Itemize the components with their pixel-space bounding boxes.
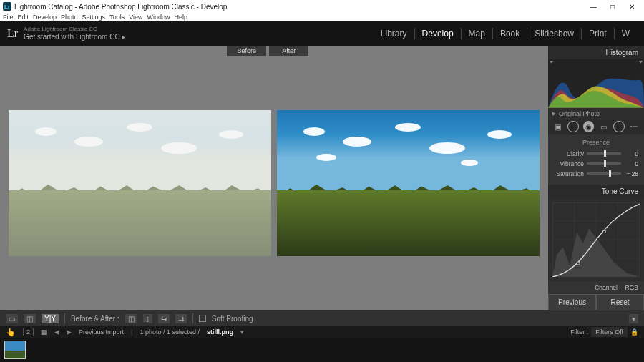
- before-after-label: Before & After :: [71, 315, 119, 323]
- menu-view[interactable]: View: [129, 14, 142, 21]
- svg-marker-1: [639, 61, 643, 64]
- ba-copy-button[interactable]: ⇉: [175, 314, 187, 323]
- filmstrip-header: 👆 2 ▦ ◀ ▶ Previous Import | 1 photo / 1 …: [0, 326, 644, 338]
- module-bar: Lr Adobe Lightroom Classic CC Get starte…: [0, 21, 644, 46]
- ba-layout-2-button[interactable]: ⫿: [143, 314, 152, 323]
- vibrance-slider[interactable]: Vibrance 0: [554, 159, 638, 169]
- module-print[interactable]: Print: [582, 29, 614, 39]
- grid-toggle-icon[interactable]: ▦: [41, 328, 47, 336]
- saturation-slider[interactable]: Saturation + 28: [554, 169, 638, 179]
- svg-rect-9: [577, 262, 580, 264]
- redeye-tool-icon[interactable]: ◉: [583, 121, 594, 132]
- channel-label: Channel :: [595, 284, 620, 291]
- svg-marker-0: [550, 61, 553, 64]
- previous-reset-row: Previous Reset: [548, 294, 644, 310]
- module-web[interactable]: W: [615, 29, 637, 39]
- canvas-area: Before After: [0, 46, 548, 310]
- brush-tool-icon[interactable]: 〰: [629, 121, 640, 132]
- after-photo: [277, 110, 540, 256]
- local-adjust-toolbar: ▣ ◉ ▭ 〰: [548, 119, 644, 134]
- after-tab: After: [269, 46, 308, 56]
- branding-line1: Adobe Lightroom Classic CC: [24, 26, 125, 33]
- svg-rect-10: [603, 230, 606, 233]
- source-label[interactable]: Previous Import: [79, 328, 124, 336]
- channel-value: RGB: [625, 284, 638, 291]
- lightroom-app-icon: Lr: [3, 2, 11, 11]
- graduated-filter-tool-icon[interactable]: ▭: [598, 121, 609, 132]
- menu-help[interactable]: Help: [175, 14, 188, 21]
- tone-curve-header[interactable]: Tone Curve: [548, 185, 644, 198]
- module-develop[interactable]: Develop: [415, 29, 461, 39]
- canvas-toolbar: ▭ ◫ Y|Y Before & After : ◫ ⫿ ⇆ ⇉ Soft Pr…: [0, 310, 644, 326]
- reset-button[interactable]: Reset: [596, 294, 644, 310]
- filter-label: Filter :: [570, 328, 588, 336]
- clarity-slider[interactable]: Clarity 0: [554, 149, 638, 159]
- compare-view-button[interactable]: Y|Y: [42, 314, 59, 323]
- split-view-button[interactable]: ◫: [24, 314, 36, 323]
- window-title: Lightroom Catalog - Adobe Photoshop Ligh…: [14, 3, 227, 11]
- lightroom-branding: Lr Adobe Lightroom Classic CC Get starte…: [7, 26, 125, 41]
- presence-panel: Presence Clarity 0 Vibrance 0 Saturation…: [548, 134, 644, 185]
- ba-swap-button[interactable]: ⇆: [158, 314, 170, 323]
- menu-photo[interactable]: Photo: [61, 14, 78, 21]
- module-book[interactable]: Book: [493, 29, 527, 39]
- spot-removal-tool-icon[interactable]: [567, 121, 578, 132]
- filter-lock-icon[interactable]: 🔒: [630, 328, 638, 336]
- before-tab: Before: [227, 46, 266, 56]
- selection-count: 1 photo / 1 selected /: [140, 328, 200, 336]
- original-photo-row[interactable]: ▶ Original Photo: [548, 108, 644, 119]
- channel-selector[interactable]: Channel : RGB: [548, 281, 644, 294]
- radial-filter-tool-icon[interactable]: [613, 121, 624, 132]
- triangle-right-icon: ▶: [552, 111, 556, 117]
- menu-window[interactable]: Window: [147, 14, 170, 21]
- second-monitor-icon[interactable]: 👆: [6, 328, 16, 337]
- filters-off-button[interactable]: Filters Off: [591, 327, 628, 337]
- second-window-button[interactable]: 2: [23, 328, 34, 336]
- menu-settings[interactable]: Settings: [82, 14, 106, 21]
- menu-tools[interactable]: Tools: [109, 14, 125, 21]
- filmstrip-thumbnail[interactable]: [4, 341, 26, 359]
- window-close-button[interactable]: ✕: [623, 1, 641, 12]
- presence-title: Presence: [554, 139, 638, 146]
- module-slideshow[interactable]: Slideshow: [527, 29, 581, 39]
- histogram-header[interactable]: Histogram: [548, 46, 644, 59]
- soft-proof-label: Soft Proofing: [212, 315, 253, 323]
- crop-tool-icon[interactable]: ▣: [552, 121, 563, 132]
- soft-proof-checkbox[interactable]: [199, 315, 206, 322]
- branding-line2[interactable]: Get started with Lightroom CC ▸: [24, 33, 125, 41]
- main-area: Before After: [0, 46, 644, 310]
- filmstrip[interactable]: [0, 338, 644, 362]
- module-library[interactable]: Library: [374, 29, 414, 39]
- after-photo-slot[interactable]: [277, 64, 540, 302]
- menu-bar: File Edit Develop Photo Settings Tools V…: [0, 13, 644, 21]
- before-photo-slot[interactable]: [9, 64, 271, 302]
- right-panel: Histogram ▶ Original Photo ▣ ◉ ▭ 〰 Prese: [548, 46, 644, 310]
- menu-edit[interactable]: Edit: [18, 14, 29, 21]
- window-minimize-button[interactable]: —: [584, 1, 602, 12]
- ba-layout-1-button[interactable]: ◫: [125, 314, 137, 323]
- loupe-view-button[interactable]: ▭: [6, 314, 18, 323]
- window-titlebar: Lr Lightroom Catalog - Adobe Photoshop L…: [0, 0, 644, 13]
- histogram[interactable]: [548, 59, 644, 108]
- tone-curve-graph[interactable]: [548, 198, 644, 281]
- before-photo: [9, 110, 271, 256]
- nav-back-icon[interactable]: ◀: [54, 328, 59, 336]
- lightroom-logo: Lr: [7, 27, 18, 40]
- toolbar-menu-button[interactable]: ▾: [629, 314, 638, 323]
- menu-file[interactable]: File: [3, 14, 14, 21]
- module-map[interactable]: Map: [462, 29, 492, 39]
- menu-develop[interactable]: Develop: [33, 14, 57, 21]
- original-photo-label: Original Photo: [559, 110, 600, 117]
- previous-button[interactable]: Previous: [548, 294, 596, 310]
- current-filename: stilll.png: [207, 328, 233, 336]
- window-maximize-button[interactable]: □: [603, 1, 622, 12]
- nav-forward-icon[interactable]: ▶: [67, 328, 72, 336]
